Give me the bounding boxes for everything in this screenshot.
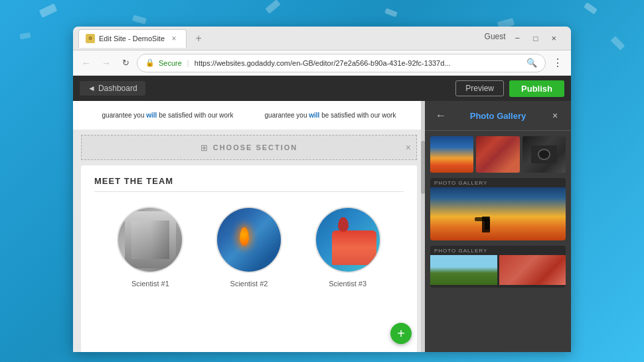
- minimize-button[interactable]: −: [511, 32, 524, 45]
- macro-image: [499, 255, 566, 285]
- guarantee-section: guarantee you will be satisfied with our…: [73, 101, 425, 130]
- guarantee-highlight-2: will: [309, 112, 319, 119]
- landscape-image: [430, 255, 497, 285]
- maximize-button[interactable]: □: [529, 32, 542, 45]
- window-controls: Guest − □ ×: [479, 32, 566, 45]
- gallery-thumb-food[interactable]: [476, 136, 519, 173]
- team-member-2-name: Scientist #2: [230, 280, 268, 288]
- close-button[interactable]: ×: [547, 32, 560, 45]
- gallery-thumb-sunset[interactable]: [430, 136, 473, 173]
- gallery-row-3: [430, 136, 566, 173]
- guarantee-text-2: guarantee you: [265, 112, 309, 119]
- team-member-1-name: Scientist #1: [131, 280, 169, 288]
- url-search-icon[interactable]: 🔍: [526, 58, 537, 68]
- team-member-2[interactable]: Scientist #2: [216, 207, 282, 288]
- camera-image: [523, 136, 566, 173]
- gallery-card-1-image: [430, 187, 566, 240]
- address-bar: ← → ↻ 🔒 Secure | https://websites.godadd…: [73, 50, 571, 76]
- guarantee-col-1: guarantee you will be satisfied with our…: [86, 109, 249, 122]
- gallery-title: Photo Gallery: [454, 111, 542, 121]
- gallery-card-2-img-landscape: [430, 255, 497, 285]
- guarantee-text-2b: be satisfied with our work: [319, 112, 396, 119]
- url-text: https://websites.godaddy.com/en-GB/edito…: [195, 59, 451, 67]
- team-photo-3: [315, 207, 381, 273]
- editor-canvas: guarantee you will be satisfied with our…: [73, 101, 425, 352]
- food-image: [476, 136, 519, 173]
- browser-window: ⚙ Edit Site - DemoSite × + Guest − □ × ←…: [73, 27, 571, 352]
- team-section: MEET THE TEAM Scientist #1: [81, 165, 417, 352]
- sunset-image: [430, 136, 473, 173]
- gallery-card-1[interactable]: PHOTO GALLERY: [430, 178, 566, 240]
- team-photo-image-1: [118, 208, 182, 272]
- team-photo-2: [216, 207, 282, 273]
- tab-title: Edit Site - DemoSite: [99, 35, 165, 43]
- dashboard-arrow-icon: ◄: [88, 84, 96, 93]
- guarantee-col-2: guarantee you will be satisfied with our…: [249, 109, 412, 122]
- gallery-header: ← Photo Gallery ×: [425, 101, 571, 131]
- gallery-back-button[interactable]: ←: [433, 108, 449, 124]
- gallery-card-2-images: [430, 255, 566, 288]
- gallery-close-button[interactable]: ×: [547, 108, 563, 124]
- team-member-1[interactable]: Scientist #1: [117, 207, 183, 288]
- team-grid: Scientist #1 Scientist #2: [94, 200, 404, 294]
- team-member-3-name: Scientist #3: [329, 280, 366, 288]
- gallery-card-1-label: PHOTO GALLERY: [430, 178, 566, 187]
- secure-icon: 🔒: [145, 58, 155, 67]
- team-photo-1: [117, 207, 183, 273]
- new-tab-button[interactable]: +: [189, 29, 208, 48]
- editor-toolbar: ◄ Dashboard Preview Publish: [73, 76, 571, 101]
- tab-favicon: ⚙: [86, 34, 95, 43]
- gallery-thumb-camera[interactable]: [523, 136, 566, 173]
- guarantee-text-1b: be satisfied with our work: [157, 112, 233, 119]
- publish-button[interactable]: Publish: [509, 80, 564, 97]
- team-photo-image-3: [316, 208, 380, 272]
- title-bar: ⚙ Edit Site - DemoSite × + Guest − □ ×: [73, 27, 571, 50]
- gallery-card-2-label: PHOTO GALLERY: [430, 246, 566, 255]
- team-section-title: MEET THE TEAM: [94, 176, 404, 192]
- canvas-scrollbar-thumb[interactable]: [421, 141, 425, 194]
- gallery-card-2[interactable]: PHOTO GALLERY: [430, 246, 566, 288]
- tab-bar: ⚙ Edit Site - DemoSite × +: [78, 29, 479, 48]
- gallery-card-2-img-macro: [499, 255, 566, 285]
- team-photo-image-2: [217, 208, 281, 272]
- main-content: guarantee you will be satisfied with our…: [73, 101, 571, 352]
- gallery-panel: ← Photo Gallery ×: [425, 101, 571, 352]
- forward-button[interactable]: →: [98, 55, 114, 71]
- user-label: Guest: [485, 32, 506, 45]
- browser-menu-button[interactable]: ⋮: [550, 55, 566, 71]
- gallery-content: PHOTO GALLERY PHOTO GALLERY: [425, 131, 571, 352]
- url-bar[interactable]: 🔒 Secure | https://websites.godaddy.com/…: [137, 54, 546, 72]
- preview-button[interactable]: Preview: [455, 80, 504, 96]
- dashboard-label: Dashboard: [98, 84, 137, 93]
- guarantee-text-1: guarantee you: [102, 112, 147, 119]
- reload-button[interactable]: ↻: [118, 56, 133, 70]
- url-separator: |: [187, 59, 189, 67]
- choose-section-icon: ⊞: [201, 143, 208, 153]
- canvas-scrollbar[interactable]: [421, 101, 425, 352]
- tab-close-button[interactable]: ×: [169, 33, 179, 44]
- choose-section-text: CHOOSE SECTION: [213, 143, 298, 151]
- active-tab[interactable]: ⚙ Edit Site - DemoSite ×: [78, 29, 187, 48]
- photographer-image: [430, 187, 566, 240]
- team-member-3[interactable]: Scientist #3: [315, 207, 381, 288]
- choose-section-close-icon[interactable]: ×: [406, 142, 411, 153]
- choose-section-bar[interactable]: ⊞ CHOOSE SECTION ×: [81, 135, 417, 160]
- toolbar-right: Preview Publish: [455, 80, 564, 97]
- secure-label: Secure: [159, 59, 182, 67]
- guarantee-highlight-1: will: [146, 112, 157, 119]
- add-section-button[interactable]: +: [390, 323, 412, 344]
- back-button[interactable]: ←: [78, 55, 94, 71]
- dashboard-button[interactable]: ◄ Dashboard: [80, 81, 145, 96]
